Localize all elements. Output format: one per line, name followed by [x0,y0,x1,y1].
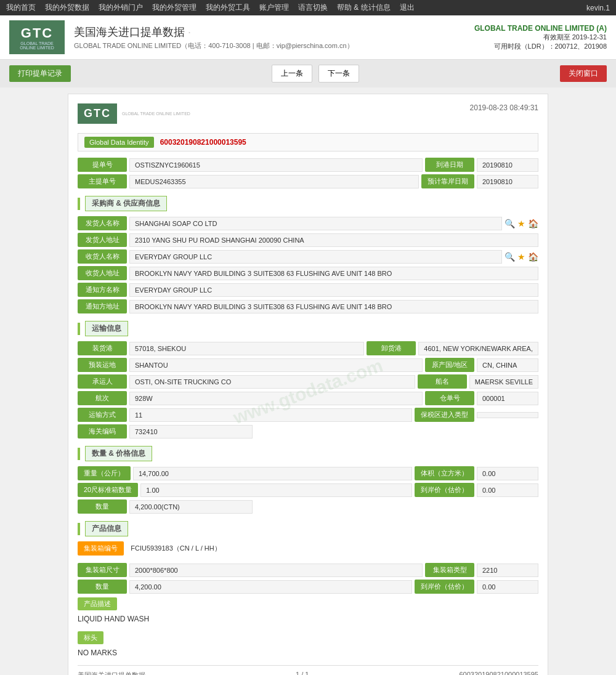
prev-button-top[interactable]: 上一条 [272,65,312,83]
search-icon-2[interactable]: 🔍 [505,252,515,262]
nav-buttons-top: 上一条 下一条 [272,65,359,83]
product-qty-value: 4,200.00 [129,580,412,594]
xiehuo-value: 4601, NEW YORK/NEWARK AREA, [418,342,538,355]
nav-dropdown-1[interactable]: 我的外贸数据 [45,2,89,13]
nav-dropdown-5[interactable]: 账户管理 [259,2,289,13]
header-left: GTC GLOBAL TRADEONLINE LIMITED 美国海关进口提单数… [9,20,354,54]
doc-logo: GTC GLOBAL TRADE ONLINE LIMITED [78,103,190,124]
star-icon-2[interactable]: ★ [517,252,525,262]
carrier-row: 承运人 OSTI, ON-SITE TRUCKING CO 船名 MAERSK … [78,374,538,389]
hangci-label: 航次 [78,391,127,405]
tiji-value: 0.00 [477,467,538,480]
zhuanghuo-label: 装货港 [78,341,127,355]
nav-help[interactable]: 帮助 & 统计信息 [337,2,391,13]
chuanming-label: 船名 [418,374,467,389]
baoshuiqu-label: 保税区进入类型 [415,408,474,422]
doc-timestamp: 2019-08-23 08:49:31 [470,103,538,112]
nav-home[interactable]: 我的首页 [6,2,36,13]
search-icon[interactable]: 🔍 [505,219,515,228]
product-price-value: 0.00 [477,580,538,594]
transport-section: 运输信息 装货港 57018, SHEKOU 卸货港 4601, NEW YOR… [78,321,538,439]
nav-dropdown-2[interactable]: 我的外销门户 [99,2,143,13]
yunshufangshi-value: 11 [129,408,412,422]
fahuoren-addr-row: 发货人地址 2310 YANG SHU PU ROAD SHANGHAI 200… [78,233,538,247]
nav-dropdown-4[interactable]: 我的外贸工具 [206,2,250,13]
doc-logo-box: GTC [78,103,117,124]
section-accent-3 [78,448,80,460]
user-info: kevin.1 [586,4,610,12]
nav-language[interactable]: 语言切换 [298,2,328,13]
ports-row: 装货港 57018, SHEKOU 卸货港 4601, NEW YORK/NEW… [78,341,538,355]
shouhuo-row: 收货人名称 EVERYDAY GROUP LLC 🔍 ★ 🏠 [78,249,538,264]
container-badge-value: FCIU5939183（CN / L / HH） [131,544,221,552]
supplier-section-title-bar: 采购商 & 供应商信息 [78,196,538,211]
logo-gtc-text: GTC [21,25,53,41]
section-accent-2 [78,323,80,335]
zhongliang-label: 重量（公斤） [78,466,131,480]
tiji-label: 体积（立方米） [415,466,474,480]
print-button-top[interactable]: 打印提单记录 [9,65,71,82]
tongzhi-label: 通知方名称 [78,283,127,297]
logo: GTC GLOBAL TRADEONLINE LIMITED [9,20,65,54]
header-title-area: 美国海关进口提单数据 · GLOBAL TRADE ONLINE LIMITED… [74,25,354,51]
size-value: 2000*806*800 [129,564,423,577]
gdi-value: 600320190821000013595 [160,138,246,147]
yuanchan-value: CN, CHINA [477,358,538,372]
xiehuo-label: 卸货港 [367,341,416,355]
voyage-row: 航次 928W 仓单号 000001 [78,391,538,405]
transport-section-title: 运输信息 [85,321,128,336]
home-icon[interactable]: 🏠 [528,219,538,228]
nav-dropdown-3[interactable]: 我的外贸管理 [152,2,197,13]
document-content: www.gtodata.com GTC GLOBAL TRADE ONLINE … [68,94,548,675]
daojin-value: 20190810 [477,158,538,172]
fahuoren-addr-label: 发货人地址 [78,233,127,247]
nav-logout[interactable]: 退出 [400,2,415,13]
container-badge-label: 集装箱编号 [78,541,124,556]
quantity-section: 数量 & 价格信息 重量（公斤） 14,700.00 体积（立方米） 0.00 … [78,446,538,514]
logo-subtext: GLOBAL TRADEONLINE LIMITED [20,41,54,50]
star-icon[interactable]: ★ [517,219,525,228]
doc-footer-page: 1 / 1 [296,671,309,675]
product-desc-value: LIQUID HAND WASH [78,613,538,625]
doc-footer: 美国海关进口提单数据 1 / 1 600320190821000013595 [78,665,538,675]
top-action-bar: 打印提单记录 上一条 下一条 关闭窗口 [0,60,616,87]
shouhuo-addr-label: 收货人地址 [78,266,127,280]
daoan-value: 0.00 [477,483,538,497]
supplier-section-title: 采购商 & 供应商信息 [85,196,167,211]
shuliang-value: 4,200.00(CTN) [129,500,253,514]
shouhuo-addr-value: BROOKLYN NAVY YARD BUILDING 3 SUITE308 6… [129,267,538,280]
std20-label: 20尺标准箱数量 [78,483,138,497]
shouhuo-addr-row: 收货人地址 BROOKLYN NAVY YARD BUILDING 3 SUIT… [78,266,538,280]
cangdan-label: 仓单号 [425,391,474,405]
section-accent [78,198,80,210]
gdi-row: Global Data Identity 6003201908210000135… [78,133,538,152]
tongzhi-addr-value: BROOKLYN NAVY YARD BUILDING 3 SUITE308 6… [129,300,538,313]
shuliang-row: 数量 4,200.00(CTN) [78,499,538,514]
tongzhi-addr-label: 通知方地址 [78,299,127,313]
doc-logo-sub: GLOBAL TRADE ONLINE LIMITED [122,111,190,116]
type-label: 集装箱类型 [425,563,474,577]
top-navigation: 我的首页 我的外贸数据 我的外销门户 我的外贸管理 我的外贸工具 账户管理 语言… [0,0,616,15]
header-subtitle: GLOBAL TRADE ONLINE LIMITED（电话：400-710-3… [74,41,354,51]
tongzhi-row: 通知方名称 EVERYDAY GROUP LLC [78,283,538,297]
shuliang-label: 数量 [78,499,127,514]
tongzhi-addr-row: 通知方地址 BROOKLYN NAVY YARD BUILDING 3 SUIT… [78,299,538,313]
doc-header: GTC GLOBAL TRADE ONLINE LIMITED 2019-08-… [78,103,538,124]
tidan-row: 提单号 OSTISZNYC1960615 到港日期 20190810 [78,158,538,172]
quantity-section-title: 数量 & 价格信息 [85,446,152,461]
close-button-top[interactable]: 关闭窗口 [560,65,607,82]
company-name: GLOBAL TRADE ONLINE LIMITED (A) [474,24,607,33]
weight-volume-row: 重量（公斤） 14,700.00 体积（立方米） 0.00 [78,466,538,480]
next-button-top[interactable]: 下一条 [318,65,359,83]
product-section-title-bar: 产品信息 [78,521,538,536]
yujijin-label: 预计靠岸日期 [421,174,474,188]
home-icon-2[interactable]: 🏠 [528,252,538,262]
fahuoren-addr-value: 2310 YANG SHU PU ROAD SHANGHAI 200090 CH… [129,233,538,247]
supplier-section: 采购商 & 供应商信息 发货人名称 SHANGHAI SOAP CO LTD 🔍… [78,196,538,313]
product-section: 产品信息 集装箱编号 FCIU5939183（CN / L / HH） 集装箱尺… [78,521,538,659]
yujijin-value: 20190810 [477,175,538,188]
transport-section-title-bar: 运输信息 [78,321,538,336]
customs-code-row: 海关编码 732410 [78,424,538,439]
chuanming-value: MAERSK SEVILLE [469,375,538,389]
page-title: 美国海关进口提单数据 · [74,25,354,39]
